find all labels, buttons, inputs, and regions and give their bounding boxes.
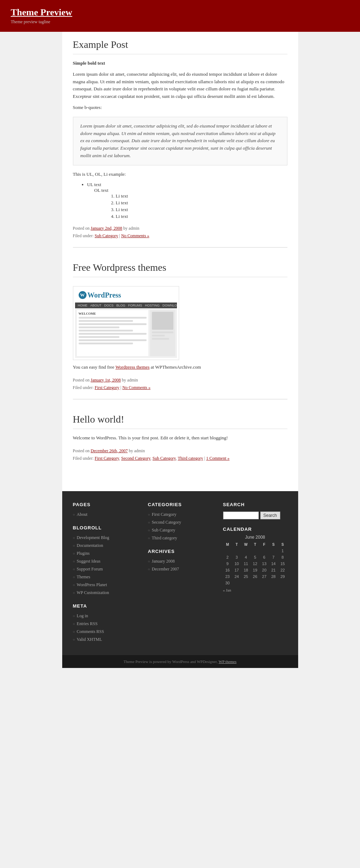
cal-th-s1: S — [269, 542, 278, 548]
site-footer: PAGES About BLOGROLL Development Blog Do… — [62, 491, 298, 655]
calendar-day: 3 — [232, 554, 241, 560]
blogroll-link-5[interactable]: Themes — [77, 574, 90, 579]
calendar-prev-link[interactable]: « Jan — [223, 588, 231, 592]
archive-link-1[interactable]: December 2007 — [152, 567, 179, 572]
calendar-row: 16171819202122 — [223, 567, 287, 573]
wp-nav-bar: HOME ABOUT DOCS BLOG FORUMS HOSTING DOWN… — [75, 303, 177, 308]
cal-th-t1: T — [232, 542, 241, 548]
meta-link-3[interactable]: Valid XHTML — [77, 637, 102, 642]
meta-link-0[interactable]: Log in — [77, 613, 88, 618]
calendar-day: 27 — [260, 573, 269, 580]
footer-col-cats-archives: CATEGORIES First Category Second Categor… — [148, 502, 212, 644]
calendar-thead: M T W T F S S — [223, 542, 287, 548]
archives-list: January 2008 December 2007 — [148, 558, 212, 572]
cat-link-3[interactable]: Third category — [152, 535, 177, 540]
wp-line-3 — [79, 323, 147, 325]
blogroll-link-6[interactable]: WordPress Planet — [77, 582, 107, 587]
post-divider — [73, 54, 287, 54]
pages-about-link[interactable]: About — [77, 512, 88, 517]
post-date-link[interactable]: January 2nd, 2008 — [91, 226, 122, 231]
wp-side-line-3 — [152, 338, 169, 340]
calendar-day: 23 — [223, 573, 232, 580]
blogroll-link-0[interactable]: Development Blog — [77, 535, 109, 540]
calendar-day: 19 — [251, 567, 260, 573]
search-input[interactable] — [223, 512, 259, 519]
footer-bottom: Theme Preview is powered by WordPress an… — [62, 655, 298, 668]
post-date-link-wp[interactable]: January 1st, 2008 — [91, 378, 121, 383]
calendar-day: 21 — [269, 567, 278, 573]
cal-th-s2: S — [278, 542, 287, 548]
post-comments-link-wp[interactable]: No Comments » — [122, 385, 151, 390]
post-title-link-example[interactable]: Example Post — [73, 39, 128, 50]
post-cat-hello-2[interactable]: Second Category — [121, 456, 151, 461]
post-cat-hello-4[interactable]: Third category — [178, 456, 203, 461]
wp-nav-docs: DOCS — [104, 304, 114, 307]
cat-item-0: First Category — [148, 512, 212, 517]
calendar-day: 29 — [278, 573, 287, 580]
blogroll-item-3: Suggest Ideas — [73, 558, 137, 564]
post-category-link[interactable]: Sub Category — [95, 233, 118, 238]
post-cat-hello-3[interactable]: Sub Category — [153, 456, 176, 461]
by-label-wp: by — [122, 378, 126, 383]
blogroll-item-7: WP Customization — [73, 590, 137, 595]
search-heading: SEARCH — [223, 502, 287, 507]
wp-text-logo: WordPress — [88, 291, 121, 299]
calendar-row: 30 — [223, 580, 287, 586]
calendar-day — [278, 580, 287, 586]
blogroll-link-1[interactable]: Documentation — [77, 543, 103, 548]
li-item-3: Li text — [116, 207, 287, 213]
blogroll-item-5: Themes — [73, 574, 137, 580]
post-content-hello: Welcome to WordPress. This is your first… — [73, 434, 287, 442]
ul-list: UL text OL text Li text Li text Li text … — [87, 182, 287, 219]
calendar-day: 11 — [241, 560, 251, 567]
site-title-link[interactable]: Theme Preview — [11, 7, 72, 18]
post-comments-link[interactable]: No Comments » — [121, 233, 149, 238]
wp-body: WELCOME — [75, 308, 177, 358]
cat-link-0[interactable]: First Category — [152, 512, 177, 517]
cat-item-2: Sub Category — [148, 527, 212, 533]
wp-main-col: WELCOME — [77, 310, 148, 356]
calendar-day: 15 — [278, 560, 287, 567]
calendar-heading: CALENDAR — [223, 527, 287, 532]
calendar-day: 2 — [223, 554, 232, 560]
calendar-day — [223, 548, 232, 554]
calendar-day — [251, 548, 260, 554]
post-title-link-hello[interactable]: Hello world! — [73, 414, 124, 425]
calendar-prev-next: « Jan — [223, 588, 287, 592]
blogroll-link-2[interactable]: Plugins — [77, 551, 90, 556]
post-date-link-hello[interactable]: December 26th, 2007 — [91, 448, 128, 453]
calendar-widget: CALENDAR June 2008 M T W T F S S — [223, 527, 287, 592]
filed-under-label-hello: Filed under: — [73, 456, 94, 461]
post-paragraph: Lorem ipsum dolor sit amet, consectetur … — [73, 71, 287, 100]
meta-link-2[interactable]: Comments RSS — [77, 629, 104, 634]
archives-heading: ARCHIVES — [148, 549, 212, 554]
cat-link-2[interactable]: Sub Category — [152, 528, 176, 533]
wp-themes-link[interactable]: Wordpress themes — [115, 364, 149, 370]
post-author-hello: admin — [134, 448, 145, 453]
meta-link-1[interactable]: Entries RSS — [77, 621, 98, 626]
calendar-day: 25 — [241, 573, 251, 580]
meta-item-3: Valid XHTML — [73, 637, 137, 642]
content-area: Example Post Simple bold text Lorem ipsu… — [62, 32, 298, 491]
post-title-link-wp-themes[interactable]: Free Wordpress themes — [73, 262, 167, 273]
wp-line-5 — [79, 330, 133, 331]
cat-link-1[interactable]: Second Category — [152, 520, 181, 525]
blogroll-link-4[interactable]: Support Forum — [77, 567, 103, 572]
blogroll-list: Development Blog Documentation Plugins S… — [73, 535, 137, 595]
footer-bottom-link[interactable]: WP themes — [219, 659, 237, 664]
search-button[interactable]: Search — [260, 512, 280, 519]
post-cat-link-wp[interactable]: First Category — [95, 385, 119, 390]
by-label-hello: by — [129, 448, 133, 453]
blogroll-item-2: Plugins — [73, 550, 137, 556]
cal-th-f: F — [260, 542, 269, 548]
cal-th-m: M — [223, 542, 232, 548]
site-title: Theme Preview — [11, 7, 349, 18]
calendar-day: 8 — [278, 554, 287, 560]
posted-on-label: Posted on — [73, 226, 90, 231]
blogroll-link-7[interactable]: WP Customization — [77, 590, 109, 595]
post-cat-hello-1[interactable]: First Category — [95, 456, 119, 461]
li-item-2: Li text — [116, 200, 287, 206]
archive-link-0[interactable]: January 2008 — [152, 559, 175, 564]
blogroll-link-3[interactable]: Suggest Ideas — [77, 559, 100, 564]
post-comments-link-hello[interactable]: 1 Comment » — [206, 456, 230, 461]
